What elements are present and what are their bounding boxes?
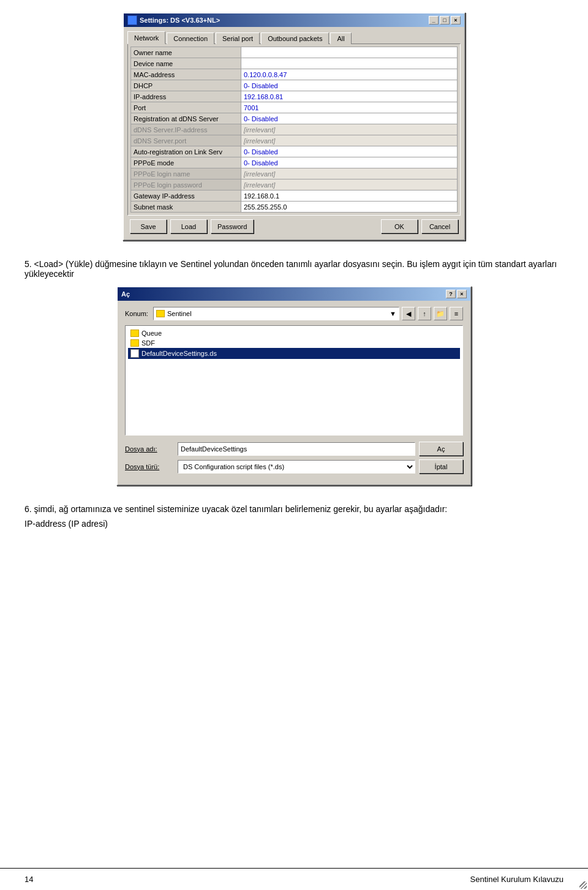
footer-title: Sentinel Kurulum Kılavuzu xyxy=(470,875,564,884)
table-row: Subnet mask 255.255.255.0 xyxy=(131,202,458,213)
password-button[interactable]: Password xyxy=(211,219,254,233)
nav-back-button[interactable]: ◀ xyxy=(402,307,415,320)
step6-number: 6. xyxy=(24,504,32,514)
table-row: Owner name xyxy=(131,47,458,58)
row-value: [irrelevant] xyxy=(241,124,458,135)
close-button[interactable]: × xyxy=(451,16,461,25)
row-value: 255.255.255.0 xyxy=(241,202,458,213)
dialog1-buttons: Save Load Password OK Cancel xyxy=(127,216,461,236)
list-item-selected[interactable]: ds DefaultDeviceSettings.ds xyxy=(128,348,460,359)
folder-icon xyxy=(156,310,165,317)
file-list: Queue SDF ds DefaultDeviceSettings.ds xyxy=(125,325,463,436)
step5-text: <Load> (Yükle) düğmesine tıklayın ve Sen… xyxy=(24,259,557,279)
table-row: Gateway IP-address 192.168.0.1 xyxy=(131,190,458,202)
settings-titlebar: Settings: DS <V3.63+NL> _ □ × xyxy=(124,13,464,27)
open-titlebar: Aç ? × xyxy=(118,287,470,301)
tab-network[interactable]: Network xyxy=(127,31,165,44)
table-row: Auto-registration on Link Serv 0- Disabl… xyxy=(131,146,458,157)
titlebar-buttons: _ □ × xyxy=(429,16,461,25)
table-row: dDNS Server.IP-address [irrelevant] xyxy=(131,124,458,135)
row-label: Device name xyxy=(131,58,241,69)
open-close-button[interactable]: × xyxy=(457,290,467,298)
new-folder-button[interactable]: 📁 xyxy=(434,307,447,320)
row-value xyxy=(241,58,458,69)
view-button[interactable]: ≡ xyxy=(450,307,463,320)
open-button[interactable]: Aç xyxy=(419,442,463,456)
file-icon: ds xyxy=(130,349,139,358)
filename-input[interactable] xyxy=(178,442,415,456)
settings-body: Network Connection Serial port Outbound … xyxy=(124,27,464,239)
step5-paragraph: 5. <Load> (Yükle) düğmesine tıklayın ve … xyxy=(24,259,564,279)
row-label: PPPoE login password xyxy=(131,179,241,190)
row-label: Subnet mask xyxy=(131,202,241,213)
table-row: IP-address 192.168.0.81 xyxy=(131,91,458,102)
file-name: DefaultDeviceSettings.ds xyxy=(141,350,217,357)
row-label: PPPoE login name xyxy=(131,168,241,179)
row-value: [irrelevant] xyxy=(241,179,458,190)
row-value: 192.168.0.81 xyxy=(241,91,458,102)
save-button[interactable]: Save xyxy=(130,219,167,233)
row-label: Gateway IP-address xyxy=(131,190,241,202)
file-name: SDF xyxy=(141,339,155,347)
filetype-row: Dosya türü: DS Configuration script file… xyxy=(125,459,463,473)
tab-connection[interactable]: Connection xyxy=(167,32,214,44)
cancel-button[interactable]: Cancel xyxy=(421,219,458,233)
settings-dialog: Settings: DS <V3.63+NL> _ □ × Network Co… xyxy=(123,12,466,241)
tab-serialport[interactable]: Serial port xyxy=(216,32,260,44)
row-value: 192.168.0.1 xyxy=(241,190,458,202)
row-label: Port xyxy=(131,102,241,113)
step6-paragraph: 6. şimdi, ağ ortamınıza ve sentinel sist… xyxy=(24,504,564,529)
location-label: Konum: xyxy=(125,310,148,317)
row-value: 0- Disabled xyxy=(241,157,458,168)
file-name: Queue xyxy=(141,330,162,337)
row-value: 0.120.0.0.8.47 xyxy=(241,69,458,80)
cancel-button[interactable]: İptal xyxy=(419,459,463,473)
row-value xyxy=(241,47,458,58)
row-label: Auto-registration on Link Serv xyxy=(131,146,241,157)
table-row: PPPoE mode 0- Disabled xyxy=(131,157,458,168)
tab-all[interactable]: All xyxy=(330,32,351,44)
row-value: 0- Disabled xyxy=(241,80,458,91)
dialog-bottom: Dosya adı: Aç Dosya türü: DS Configurati… xyxy=(121,438,467,481)
filename-label: Dosya adı: xyxy=(125,445,174,453)
tab-outbound[interactable]: Outbound packets xyxy=(261,32,329,44)
list-item[interactable]: Queue xyxy=(128,328,460,338)
step5-number: 5. xyxy=(24,259,32,269)
nav-up-button[interactable]: ↑ xyxy=(418,307,431,320)
filename-row: Dosya adı: Aç xyxy=(125,442,463,456)
location-toolbar: Konum: Sentinel ▼ ◀ ↑ 📁 ≡ xyxy=(121,304,467,323)
step6-item: IP-address (IP adresi) xyxy=(24,519,564,529)
folder-icon xyxy=(130,339,139,347)
row-label: dDNS Server.IP-address xyxy=(131,124,241,135)
folder-icon xyxy=(130,330,139,337)
row-label: IP-address xyxy=(131,91,241,102)
table-row: Registration at dDNS Server 0- Disabled xyxy=(131,113,458,124)
settings-icon xyxy=(127,15,137,25)
open-dialog-body: Konum: Sentinel ▼ ◀ ↑ 📁 ≡ Queue xyxy=(118,301,470,485)
settings-tabs: Network Connection Serial port Outbound … xyxy=(127,31,461,43)
settings-table: Owner name Device name MAC-address 0.120… xyxy=(130,47,458,213)
maximize-button[interactable]: □ xyxy=(440,16,450,25)
filetype-select[interactable]: DS Configuration script files (*.ds) xyxy=(178,460,415,473)
page-footer: 14 Sentinel Kurulum Kılavuzu xyxy=(0,868,588,890)
table-row: Device name xyxy=(131,58,458,69)
row-value: 7001 xyxy=(241,102,458,113)
row-label: dDNS Server.port xyxy=(131,135,241,146)
minimize-button[interactable]: _ xyxy=(429,16,439,25)
ok-button[interactable]: OK xyxy=(381,219,418,233)
table-row: PPPoE login password [irrelevant] xyxy=(131,179,458,190)
location-combo[interactable]: Sentinel ▼ xyxy=(153,307,399,320)
settings-title: Settings: DS <V3.63+NL> xyxy=(140,17,220,24)
table-row: PPPoE login name [irrelevant] xyxy=(131,168,458,179)
row-value: [irrelevant] xyxy=(241,168,458,179)
load-button[interactable]: Load xyxy=(170,219,207,233)
combo-arrow-icon: ▼ xyxy=(390,310,396,317)
open-titlebar-buttons: ? × xyxy=(446,290,467,298)
table-row: MAC-address 0.120.0.0.8.47 xyxy=(131,69,458,80)
open-help-button[interactable]: ? xyxy=(446,290,456,298)
list-item[interactable]: SDF xyxy=(128,338,460,348)
table-row: dDNS Server.port [irrelevant] xyxy=(131,135,458,146)
row-label: Registration at dDNS Server xyxy=(131,113,241,124)
row-label: Owner name xyxy=(131,47,241,58)
row-label: MAC-address xyxy=(131,69,241,80)
